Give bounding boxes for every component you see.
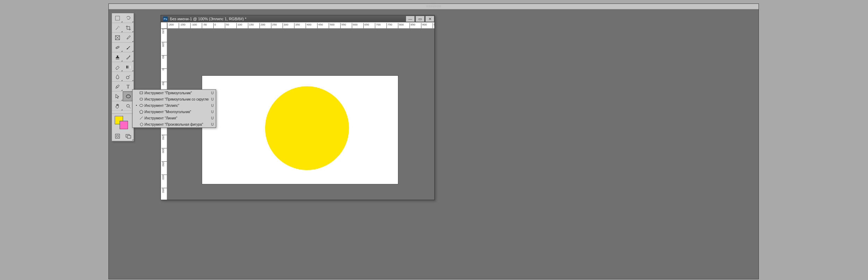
tool-brush[interactable] bbox=[123, 43, 134, 52]
menu-item-label: Инструмент "Прямоугольник со скругленным… bbox=[144, 97, 209, 101]
ellipse-shape[interactable] bbox=[265, 86, 349, 170]
ruler-tick: 95 bbox=[433, 23, 434, 29]
tool-history-brush[interactable] bbox=[123, 52, 134, 62]
ruler-tick: -150 bbox=[179, 23, 185, 29]
menu-item-shortcut: U bbox=[209, 104, 214, 108]
maximize-button[interactable]: ▭ bbox=[415, 16, 425, 22]
ruler-tick: 300 bbox=[162, 148, 167, 153]
ruler-tick: -50 bbox=[202, 23, 207, 29]
ruler-tick: 150 bbox=[248, 23, 254, 29]
tools-panel: T Инструмент "Прямоугольник"UИнструмент … bbox=[112, 13, 134, 141]
minimize-button[interactable]: — bbox=[406, 16, 415, 22]
screenmode-toggle[interactable] bbox=[123, 131, 134, 141]
tool-hand[interactable] bbox=[112, 101, 123, 111]
tool-pen[interactable] bbox=[112, 82, 123, 91]
tool-gradient[interactable] bbox=[123, 62, 134, 72]
ruler-origin[interactable] bbox=[161, 22, 167, 29]
ruler-tick: 50 bbox=[162, 82, 167, 85]
color-swatches[interactable] bbox=[112, 114, 134, 131]
roundrect-icon bbox=[138, 97, 144, 101]
tool-wand[interactable] bbox=[112, 23, 123, 33]
polygon-icon bbox=[138, 110, 144, 114]
menu-item-label: Инструмент "Эллипс" bbox=[144, 104, 209, 108]
svg-rect-2 bbox=[115, 46, 119, 49]
ruler-tick: 100 bbox=[162, 42, 167, 47]
svg-rect-10 bbox=[115, 134, 120, 138]
ruler-tick: 900 bbox=[421, 23, 427, 29]
menu-item-label: Инструмент "Линия" bbox=[144, 116, 209, 120]
line-icon bbox=[138, 116, 144, 120]
ruler-tick: 200 bbox=[259, 23, 265, 29]
ruler-tick: 350 bbox=[294, 23, 300, 29]
menu-item-shortcut: U bbox=[209, 110, 214, 114]
tool-frame[interactable] bbox=[112, 33, 123, 43]
rect-icon bbox=[138, 91, 144, 95]
tool-path-select[interactable] bbox=[112, 91, 123, 101]
svg-rect-13 bbox=[127, 135, 131, 138]
ruler-tick: 0 bbox=[213, 23, 216, 29]
svg-point-3 bbox=[116, 47, 117, 48]
shape-menu-item[interactable]: Инструмент "Прямоугольник со скругленным… bbox=[133, 96, 216, 102]
ruler-tick: -200 bbox=[167, 23, 174, 29]
active-mark: • bbox=[135, 104, 138, 107]
ruler-tick: 450 bbox=[317, 23, 323, 29]
svg-marker-17 bbox=[140, 110, 143, 113]
tool-eyedropper[interactable] bbox=[123, 33, 134, 43]
svg-point-6 bbox=[126, 76, 129, 79]
app-window: T Инструмент "Прямоугольник"UИнструмент … bbox=[108, 3, 759, 279]
menu-item-label: Инструмент "Прямоугольник" bbox=[144, 91, 209, 95]
tool-crop[interactable] bbox=[123, 23, 134, 33]
shape-menu-item[interactable]: Инструмент "Многоугольник"U bbox=[133, 109, 216, 115]
svg-point-11 bbox=[116, 135, 119, 137]
ruler-tick: -100 bbox=[190, 23, 197, 29]
ruler-tick: 400 bbox=[162, 175, 167, 179]
ellipse-icon bbox=[138, 103, 144, 108]
svg-rect-0 bbox=[115, 16, 120, 20]
shape-tool-flyout: Инструмент "Прямоугольник"UИнструмент "П… bbox=[132, 89, 216, 128]
tool-eraser[interactable] bbox=[112, 62, 123, 72]
tool-dodge[interactable] bbox=[123, 72, 134, 82]
ruler-tick: 50 bbox=[162, 55, 167, 59]
tool-healing[interactable] bbox=[112, 43, 123, 52]
menu-item-shortcut: U bbox=[209, 97, 214, 101]
ruler-tick: 600 bbox=[352, 23, 357, 29]
ruler-tick: 250 bbox=[162, 135, 167, 140]
shape-menu-item[interactable]: Инструмент "Прямоугольник"U bbox=[133, 90, 216, 96]
svg-point-4 bbox=[118, 47, 118, 47]
menu-item-label: Инструмент "Произвольная фигура" bbox=[144, 123, 209, 126]
shape-menu-item[interactable]: Инструмент "Произвольная фигура"U bbox=[133, 121, 216, 127]
tool-lasso[interactable] bbox=[123, 13, 134, 23]
menu-item-label: Инструмент "Многоугольник" bbox=[144, 110, 209, 114]
svg-point-9 bbox=[127, 104, 129, 107]
ruler-tick: 350 bbox=[162, 161, 167, 166]
ruler-tick: 850 bbox=[410, 23, 415, 29]
quickmask-toggle[interactable] bbox=[112, 131, 123, 141]
blob-icon bbox=[138, 122, 144, 126]
menu-item-shortcut: U bbox=[209, 123, 214, 126]
ruler-tick: 750 bbox=[386, 23, 392, 29]
ruler-tick: 150 bbox=[162, 29, 167, 34]
ruler-tick: 100 bbox=[236, 23, 242, 29]
ruler-tick: 300 bbox=[283, 23, 288, 29]
close-button[interactable]: ✕ bbox=[425, 16, 434, 22]
tool-blur[interactable] bbox=[112, 72, 123, 82]
ruler-tick: 500 bbox=[329, 23, 334, 29]
ruler-tick: 50 bbox=[225, 23, 229, 29]
canvas[interactable] bbox=[202, 76, 398, 184]
ruler-tick: 700 bbox=[375, 23, 380, 29]
ruler-tick: 0 bbox=[162, 68, 167, 70]
svg-rect-15 bbox=[140, 98, 143, 100]
ruler-tick: 250 bbox=[271, 23, 277, 29]
background-color[interactable] bbox=[120, 121, 128, 129]
document-titlebar[interactable]: Ps Без имени-1 @ 100% (Эллипс 1, RGB/8#)… bbox=[161, 15, 434, 22]
tool-stamp[interactable] bbox=[112, 52, 123, 62]
tool-marquee[interactable] bbox=[112, 13, 123, 23]
shape-menu-item[interactable]: •Инструмент "Эллипс"U bbox=[133, 102, 216, 109]
menu-item-shortcut: U bbox=[209, 116, 214, 120]
ruler-horizontal[interactable]: -200-150-100-500501001502002503003504004… bbox=[167, 22, 434, 29]
svg-point-16 bbox=[140, 104, 143, 107]
document-title: Без имени-1 @ 100% (Эллипс 1, RGB/8#) * bbox=[170, 17, 405, 21]
app-chrome-bar[interactable] bbox=[109, 4, 759, 9]
shape-menu-item[interactable]: Инструмент "Линия"U bbox=[133, 115, 216, 121]
menu-item-shortcut: U bbox=[209, 91, 214, 95]
